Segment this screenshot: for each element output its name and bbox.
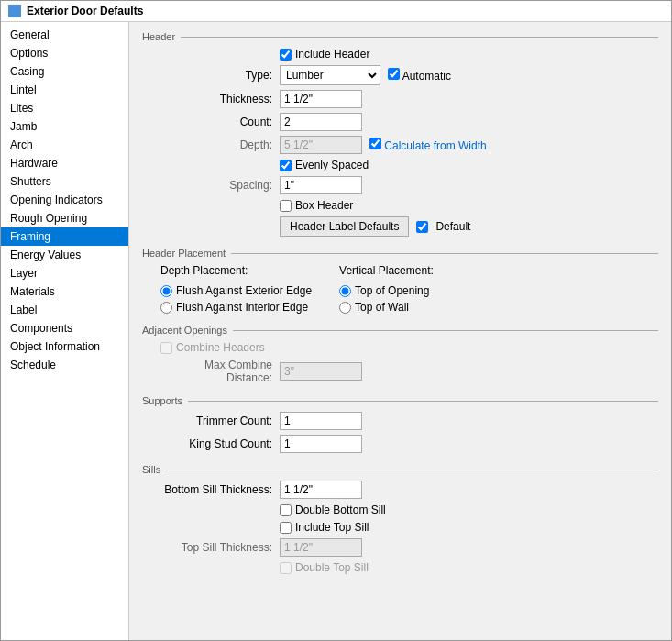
double-bottom-sill-label: Double Bottom Sill: [295, 503, 386, 516]
king-stud-input[interactable]: 1: [280, 435, 362, 453]
spacing-row: Spacing: 1": [142, 176, 658, 194]
sidebar-item-components[interactable]: Components: [1, 319, 128, 337]
trimmer-count-row: Trimmer Count: 1: [142, 412, 658, 430]
bottom-sill-thickness-input[interactable]: 1 1/2": [280, 481, 362, 499]
trimmer-count-input[interactable]: 1: [280, 412, 362, 430]
main-panel: Header Include Header Type: Lumber Autom…: [129, 22, 671, 640]
type-label: Type:: [160, 69, 280, 82]
sidebar-item-general[interactable]: General: [1, 26, 128, 44]
sidebar-item-hardware[interactable]: Hardware: [1, 154, 128, 172]
content-area: GeneralOptionsCasingLintelLitesJambArchH…: [1, 22, 671, 640]
header-section: Header Include Header Type: Lumber Autom…: [142, 31, 658, 237]
thickness-row: Thickness: 1 1/2": [142, 90, 658, 108]
double-bottom-sill-checkbox[interactable]: [280, 504, 292, 516]
sidebar-item-shutters[interactable]: Shutters: [1, 172, 128, 191]
double-top-sill-label: Double Top Sill: [295, 561, 369, 574]
vertical-placement-label: Vertical Placement:: [339, 264, 434, 277]
sidebar-item-layer[interactable]: Layer: [1, 264, 128, 282]
type-select[interactable]: Lumber: [280, 65, 380, 85]
vertical-placement-col: Vertical Placement: Top of Opening Top o…: [339, 264, 434, 314]
calc-from-width-row: Calculate from Width: [369, 138, 487, 152]
calc-from-width-label: Calculate from Width: [384, 139, 486, 152]
double-bottom-sill-row: Double Bottom Sill: [142, 503, 658, 516]
king-stud-label: King Stud Count:: [160, 437, 280, 450]
calc-from-width-checkbox[interactable]: [369, 138, 381, 149]
double-top-sill-checkbox[interactable]: [280, 562, 292, 574]
sidebar-item-lintel[interactable]: Lintel: [1, 81, 128, 99]
sidebar: GeneralOptionsCasingLintelLitesJambArchH…: [1, 22, 129, 640]
flush-exterior-radio[interactable]: [160, 285, 172, 297]
king-stud-row: King Stud Count: 1: [142, 435, 658, 453]
sidebar-item-rough-opening[interactable]: Rough Opening: [1, 209, 128, 227]
type-row: Type: Lumber Automatic: [142, 65, 658, 85]
sidebar-item-schedule[interactable]: Schedule: [1, 356, 128, 374]
supports-title: Supports: [142, 395, 658, 406]
spacing-input[interactable]: 1": [280, 176, 362, 194]
top-of-wall-label: Top of Wall: [355, 301, 409, 314]
window-icon: [8, 5, 21, 17]
title-bar: Exterior Door Defaults: [1, 1, 671, 22]
automatic-label: Automatic: [402, 70, 451, 83]
top-sill-thickness-label: Top Sill Thickness:: [160, 541, 280, 554]
flush-interior-label: Flush Against Interior Edge: [176, 301, 308, 314]
top-sill-thickness-row: Top Sill Thickness: 1 1/2": [142, 538, 658, 557]
sidebar-item-label[interactable]: Label: [1, 301, 128, 319]
header-placement-title: Header Placement: [142, 248, 658, 259]
max-combine-row: Max Combine Distance: 3": [142, 359, 658, 384]
header-section-title: Header: [142, 31, 658, 42]
depth-input[interactable]: 5 1/2": [280, 136, 362, 154]
bottom-sill-thickness-row: Bottom Sill Thickness: 1 1/2": [142, 481, 658, 499]
sidebar-item-arch[interactable]: Arch: [1, 136, 128, 154]
include-top-sill-label: Include Top Sill: [295, 521, 369, 534]
sidebar-item-casing[interactable]: Casing: [1, 62, 128, 81]
sidebar-item-opening-indicators[interactable]: Opening Indicators: [1, 191, 128, 209]
supports-section: Supports Trimmer Count: 1 King Stud Coun…: [142, 395, 658, 453]
include-top-sill-checkbox[interactable]: [280, 522, 292, 534]
top-of-opening-label: Top of Opening: [355, 284, 429, 297]
top-of-wall-row: Top of Wall: [339, 301, 434, 314]
sidebar-item-framing[interactable]: Framing: [1, 227, 128, 246]
sidebar-item-materials[interactable]: Materials: [1, 282, 128, 301]
spacing-label: Spacing:: [160, 179, 280, 192]
sidebar-item-options[interactable]: Options: [1, 44, 128, 62]
bottom-sill-thickness-label: Bottom Sill Thickness:: [160, 483, 280, 496]
depth-placement-col: Depth Placement: Flush Against Exterior …: [160, 264, 312, 314]
box-header-label: Box Header: [295, 199, 353, 212]
flush-exterior-row: Flush Against Exterior Edge: [160, 284, 312, 297]
default-checkbox[interactable]: [416, 221, 428, 233]
count-input[interactable]: 2: [280, 113, 362, 131]
default-label: Default: [435, 220, 470, 233]
double-top-sill-row: Double Top Sill: [142, 561, 658, 574]
include-top-sill-row: Include Top Sill: [142, 521, 658, 534]
box-header-checkbox[interactable]: [280, 200, 292, 212]
flush-interior-row: Flush Against Interior Edge: [160, 301, 312, 314]
placement-content: Depth Placement: Flush Against Exterior …: [142, 264, 658, 314]
count-label: Count:: [160, 116, 280, 128]
evenly-spaced-checkbox[interactable]: [280, 160, 292, 171]
trimmer-count-label: Trimmer Count:: [160, 414, 280, 427]
sidebar-item-jamb[interactable]: Jamb: [1, 117, 128, 136]
sidebar-item-object-information[interactable]: Object Information: [1, 337, 128, 356]
thickness-input[interactable]: 1 1/2": [280, 90, 362, 108]
depth-placement-label: Depth Placement:: [160, 264, 312, 277]
combine-headers-label: Combine Headers: [176, 341, 265, 354]
automatic-checkbox[interactable]: [388, 68, 400, 80]
include-header-checkbox[interactable]: [280, 49, 292, 61]
combine-headers-checkbox[interactable]: [160, 342, 172, 354]
sidebar-item-lites[interactable]: Lites: [1, 99, 128, 117]
top-sill-thickness-input[interactable]: 1 1/2": [280, 538, 362, 557]
top-of-wall-radio[interactable]: [339, 302, 351, 314]
max-combine-input[interactable]: 3": [280, 362, 362, 381]
sidebar-item-energy-values[interactable]: Energy Values: [1, 246, 128, 264]
max-combine-label: Max Combine Distance:: [160, 359, 280, 384]
top-of-opening-radio[interactable]: [339, 285, 351, 297]
flush-interior-radio[interactable]: [160, 302, 172, 314]
depth-row: Depth: 5 1/2" Calculate from Width: [142, 136, 658, 154]
header-label-defaults-row: Header Label Defaults Default: [142, 216, 658, 237]
header-label-defaults-button[interactable]: Header Label Defaults: [280, 216, 409, 237]
combine-headers-row: Combine Headers: [142, 341, 658, 354]
adjacent-openings-section: Adjacent Openings Combine Headers Max Co…: [142, 325, 658, 384]
box-header-row: Box Header: [142, 199, 658, 212]
window: Exterior Door Defaults GeneralOptionsCas…: [0, 0, 672, 641]
include-header-label: Include Header: [295, 48, 369, 61]
